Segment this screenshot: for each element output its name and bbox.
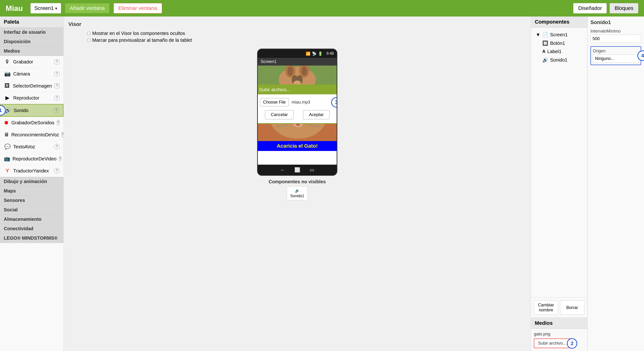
origen-input[interactable] bbox=[593, 54, 639, 63]
signal-icon: 📡 bbox=[312, 52, 316, 56]
comp-label1[interactable]: A Label1 bbox=[534, 48, 584, 56]
palette-item-camara[interactable]: 📷 Cámara ? bbox=[0, 68, 64, 80]
invisible-components: Componentes no visibles 🔊 Sonido1 bbox=[269, 179, 326, 200]
help-icon-camara[interactable]: ? bbox=[54, 71, 60, 77]
status-icons: 📶 📡 🔋 bbox=[306, 52, 323, 56]
cat-label: Acaricia el Gato! bbox=[258, 141, 337, 151]
comp-boton1[interactable]: 🔲 Botón1 bbox=[534, 39, 584, 48]
invisible-sonido1: 🔊 Sonido1 bbox=[287, 186, 308, 200]
dialog-buttons: Cancelar Aceptar bbox=[260, 110, 334, 119]
palette-item-reproductordevideo[interactable]: 📺 ReproductorDeVideo ? bbox=[0, 153, 64, 165]
components-header: Componentes bbox=[531, 16, 587, 28]
intervalo-label: IntervaloMínimo bbox=[590, 29, 641, 34]
badge-3: 3 bbox=[331, 97, 337, 108]
checkbox-tablet-input[interactable] bbox=[87, 39, 90, 42]
phone-nav-bar: ← ⬜ ▭ bbox=[258, 165, 337, 175]
svg-point-5 bbox=[302, 66, 307, 76]
phone-mockup: 📶 📡 🔋 9:48 Screen1 bbox=[257, 48, 337, 176]
palette-item-grabadorsonidos[interactable]: ⏺ GrabadorDeSonidos ? bbox=[0, 117, 64, 129]
components-panel: Componentes ▼ 📄 Screen1 🔲 Botón1 A Label… bbox=[531, 16, 588, 351]
add-window-button[interactable]: Añadir ventana bbox=[65, 3, 110, 14]
tractoryandex-icon: Y bbox=[4, 167, 11, 174]
help-icon-grabadorsonidos[interactable]: ? bbox=[56, 120, 60, 126]
phone-time: 9:48 bbox=[326, 52, 334, 56]
section-dibujo[interactable]: Dibujo y animación bbox=[0, 177, 64, 186]
comp-screen1[interactable]: ▼ 📄 Screen1 bbox=[534, 30, 584, 39]
app-title: Miau bbox=[6, 4, 23, 13]
grabadorsonidos-icon: ⏺ bbox=[4, 119, 9, 126]
delete-button[interactable]: Borrar bbox=[560, 300, 584, 315]
visor-checkboxes: Mostrar en el Visor los componentes ocul… bbox=[87, 31, 192, 43]
medios-panel: Medios gato.png Subir archivo... 2 bbox=[531, 318, 587, 351]
section-medios[interactable]: Medios bbox=[0, 46, 64, 56]
help-icon-reconocimientovoz[interactable]: ? bbox=[61, 132, 64, 138]
upload-file-row: Choose File miau.mp3 3 bbox=[260, 98, 334, 106]
help-icon-reproductor[interactable]: ? bbox=[54, 95, 60, 101]
sonido1-icon: 🔊 bbox=[295, 188, 300, 193]
intervalo-input[interactable] bbox=[590, 35, 641, 43]
help-icon-grabador[interactable]: ? bbox=[54, 59, 60, 65]
section-lego[interactable]: LEGO® MINDSTORMS® bbox=[0, 234, 64, 243]
section-interfaz[interactable]: Interfaz de usuario bbox=[0, 28, 64, 37]
help-icon-sonido[interactable]: ? bbox=[54, 108, 59, 113]
collapse-icon: ▼ bbox=[536, 32, 540, 38]
phone-screen-header: Screen1 bbox=[258, 58, 337, 66]
grabador-icon: 🎙 bbox=[4, 58, 11, 65]
section-disposicion[interactable]: Disposición bbox=[0, 37, 64, 46]
screen1-icon: 📄 bbox=[542, 32, 548, 38]
properties-title: Sonido1 bbox=[590, 19, 641, 26]
comp-sonido1[interactable]: 🔊 Sonido1 bbox=[534, 56, 584, 64]
checkbox-hidden[interactable]: Mostrar en el Visor los componentes ocul… bbox=[87, 31, 192, 36]
upload-dialog: Subir archivo... Choose File miau.mp3 3 … bbox=[257, 84, 337, 124]
section-social[interactable]: Social bbox=[0, 205, 64, 215]
palette-item-textoavoz[interactable]: 💬 TextoAVoz ? bbox=[0, 141, 64, 153]
components-tree: ▼ 📄 Screen1 🔲 Botón1 A Label1 🔊 Sonido1 bbox=[531, 28, 587, 298]
upload-file-button[interactable]: Subir archivo... bbox=[534, 338, 571, 348]
help-icon-tractoryandex[interactable]: ? bbox=[54, 168, 60, 174]
section-maps[interactable]: Maps bbox=[0, 186, 64, 196]
remove-window-button[interactable]: Eliminar ventana bbox=[114, 3, 162, 14]
medios-file: gato.png bbox=[534, 332, 584, 336]
palette-item-reconocimientovoz[interactable]: 🖥 ReconocimientoDeVoz ? bbox=[0, 129, 64, 141]
section-conectividad[interactable]: Conectividad bbox=[0, 224, 64, 234]
boton1-icon: 🔲 bbox=[542, 40, 548, 46]
cancel-button[interactable]: Cancelar bbox=[265, 110, 294, 119]
checkbox-hidden-input[interactable] bbox=[87, 32, 90, 35]
accept-button[interactable]: Aceptar bbox=[303, 110, 330, 119]
phone-screen-content: Subir archivo... Choose File miau.mp3 3 … bbox=[258, 66, 337, 165]
badge-2: 2 bbox=[567, 338, 577, 349]
medios-content: gato.png Subir archivo... 2 bbox=[531, 329, 587, 351]
blocks-button[interactable]: Bloques bbox=[610, 3, 638, 14]
designer-button[interactable]: Diseñador bbox=[573, 3, 607, 14]
reproductor-icon: ▶ bbox=[4, 94, 11, 102]
screen-dropdown[interactable]: Screen1 ▾ bbox=[30, 3, 61, 14]
section-sensores[interactable]: Sensores bbox=[0, 196, 64, 205]
reproductordevideo-icon: 📺 bbox=[4, 155, 10, 162]
selectorimagen-icon: 🖼 bbox=[4, 82, 10, 90]
checkbox-tablet[interactable]: Marcar para previsualizar al tamaño de l… bbox=[87, 38, 192, 43]
svg-point-4 bbox=[288, 66, 293, 76]
palette-item-sonido[interactable]: 1 🔊 Sonido ? bbox=[0, 104, 64, 117]
rename-button[interactable]: Cambiar nombre bbox=[534, 300, 558, 315]
palette-panel: Paleta Interfaz de usuario Disposición M… bbox=[0, 16, 64, 351]
topbar-right: Diseñador Bloques bbox=[573, 3, 638, 14]
phone-status-bar: 📶 📡 🔋 9:48 bbox=[258, 49, 337, 58]
palette-header: Paleta bbox=[0, 16, 64, 28]
origen-label: Origen bbox=[593, 48, 639, 54]
help-icon-reproductordevideo[interactable]: ? bbox=[59, 156, 61, 162]
origen-wrapper: Origen bbox=[590, 46, 641, 65]
dropdown-arrow-icon: ▾ bbox=[55, 6, 57, 10]
palette-item-tractoryandex[interactable]: Y TraductorYandex ? bbox=[0, 165, 64, 177]
choose-file-button[interactable]: Choose File bbox=[260, 98, 289, 106]
palette-item-reproductor[interactable]: ▶ Reproductor ? bbox=[0, 92, 64, 104]
recents-icon: ▭ bbox=[310, 167, 314, 173]
main-layout: Paleta Interfaz de usuario Disposición M… bbox=[0, 16, 644, 351]
help-icon-textoavoz[interactable]: ? bbox=[54, 144, 60, 150]
medios-header: Medios bbox=[531, 318, 587, 329]
palette-item-grabador[interactable]: 🎙 Grabador ? bbox=[0, 56, 64, 68]
help-icon-selectorimagen[interactable]: ? bbox=[54, 83, 60, 89]
comp-buttons: Cambiar nombre Borrar bbox=[531, 298, 587, 318]
filename-text: miau.mp3 bbox=[292, 100, 310, 105]
palette-item-selectorimagen[interactable]: 🖼 SelectorDeImagen ? bbox=[0, 80, 64, 92]
section-almacenamiento[interactable]: Almacenamiento bbox=[0, 215, 64, 224]
